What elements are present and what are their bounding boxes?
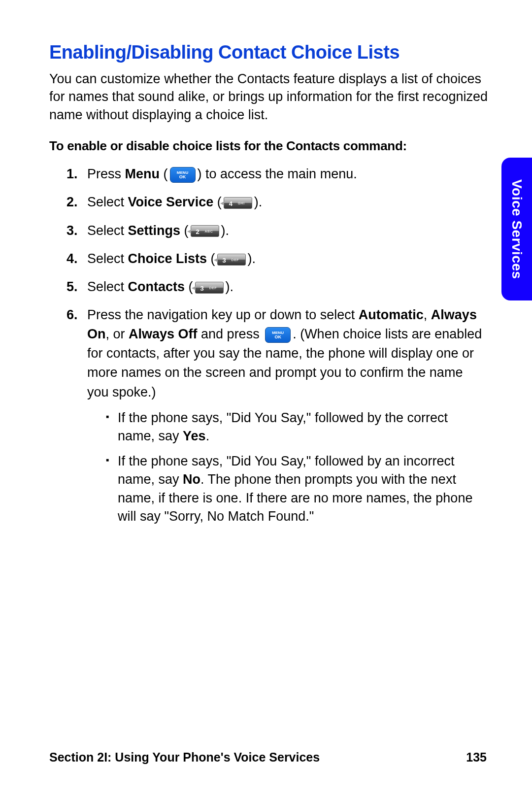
page-footer: Section 2I: Using Your Phone's Voice Ser…: [49, 750, 487, 765]
side-tab-label: Voice Services: [509, 179, 525, 279]
keypad-3-icon: 3DEF: [195, 282, 224, 294]
procedure-subheading: To enable or disable choice lists for th…: [49, 138, 488, 154]
manual-page: Enabling/Disabling Contact Choice Lists …: [0, 0, 532, 798]
bold-term: Settings: [128, 223, 181, 238]
keypad-3-icon: 3DEF: [217, 254, 246, 266]
bold-term: Voice Service: [128, 195, 214, 209]
step-text: ).: [248, 251, 256, 266]
footer-page-number: 135: [466, 750, 487, 765]
step-text: ).: [254, 195, 263, 209]
step-text: Select: [87, 251, 128, 266]
keypad-4-icon: 4GHI: [224, 197, 252, 209]
step-text: ).: [226, 279, 234, 294]
section-heading: Enabling/Disabling Contact Choice Lists: [49, 42, 488, 63]
step-text: Select: [87, 195, 128, 209]
bullet-item: If the phone says, "Did You Say," follow…: [106, 409, 488, 446]
bullet-text: .: [206, 429, 210, 443]
step-2: Select Voice Service (4GHI).: [66, 193, 488, 212]
bullet-text: If the phone says, "Did You Say," follow…: [118, 410, 448, 443]
keypad-2-icon: 2ABC: [191, 225, 219, 237]
step-4: Select Choice Lists (3DEF).: [66, 249, 488, 268]
step-text: Select: [87, 223, 128, 238]
bold-term: Yes: [183, 429, 206, 443]
step-text: ).: [221, 223, 230, 238]
footer-section-label: Section 2I: Using Your Phone's Voice Ser…: [49, 750, 320, 765]
sub-bullet-list: If the phone says, "Did You Say," follow…: [87, 409, 488, 526]
step-3: Select Settings (2ABC).: [66, 221, 488, 240]
step-text: Press: [87, 166, 125, 181]
intro-paragraph: You can customize whether the Contacts f…: [49, 70, 488, 124]
step-text: Select: [87, 279, 128, 294]
menu-ok-key-icon: [265, 327, 291, 343]
bold-term: Automatic: [359, 307, 424, 322]
step-text: and press: [198, 327, 264, 341]
step-6: Press the navigation key up or down to s…: [66, 305, 488, 526]
bold-term: Contacts: [128, 279, 185, 294]
step-text: Press the navigation key up or down to s…: [87, 307, 359, 322]
steps-list: Press Menu () to access the main menu. S…: [49, 165, 488, 526]
step-1: Press Menu () to access the main menu.: [66, 165, 488, 184]
bold-term: Choice Lists: [128, 251, 207, 266]
step-text: ) to access the main menu.: [198, 166, 357, 181]
bullet-item: If the phone says, "Did You Say," follow…: [106, 452, 488, 526]
bold-term: Always Off: [129, 327, 198, 341]
bold-term: No: [183, 472, 200, 487]
bold-term: Menu: [125, 166, 160, 181]
step-text: (: [160, 166, 168, 181]
side-tab: Voice Services: [501, 158, 532, 300]
step-text: , or: [106, 327, 129, 341]
step-5: Select Contacts (3DEF).: [66, 277, 488, 297]
step-text: ,: [424, 307, 431, 322]
menu-ok-key-icon: [170, 167, 196, 183]
